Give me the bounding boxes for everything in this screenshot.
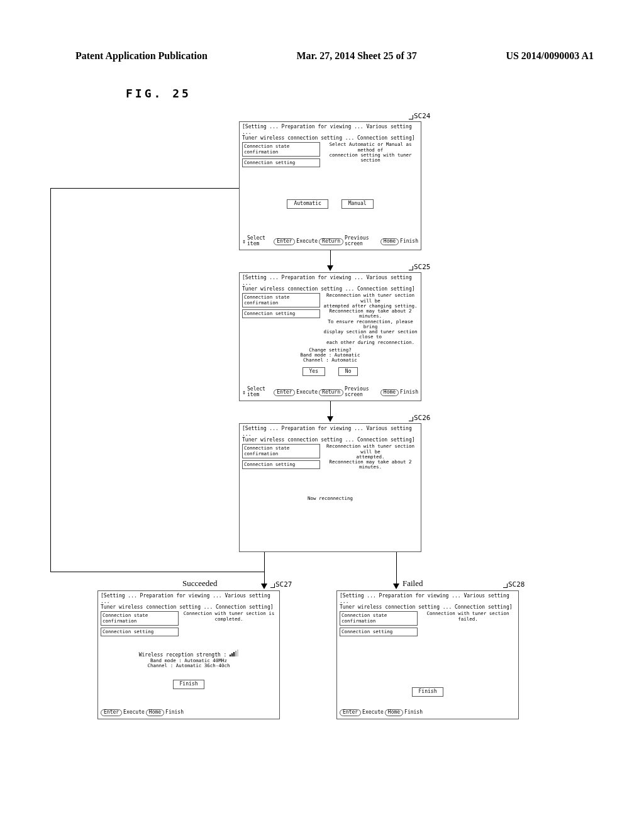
breadcrumb: [Setting ... Preparation for viewing ...…	[101, 594, 277, 610]
manual-button[interactable]: Manual	[341, 199, 374, 209]
automatic-button[interactable]: Automatic	[287, 199, 328, 209]
sc25-tag: SC25	[409, 263, 431, 271]
conn-setting-button[interactable]: Connection setting	[101, 628, 179, 636]
conn-state-confirm-button[interactable]: Connection state confirmation	[242, 142, 320, 157]
breadcrumb: [Setting ... Preparation for viewing ...…	[242, 275, 418, 292]
conn-state-confirm-button[interactable]: Connection state confirmation	[242, 293, 320, 307]
sc27-message: Connection with tuner section is complet…	[181, 611, 277, 622]
failed-label: Failed	[402, 579, 423, 588]
footer-hints: Enter Execute Home Finish	[340, 709, 516, 716]
screen-sc25: [Setting ... Preparation for viewing ...…	[239, 272, 421, 401]
conn-setting-button[interactable]: Connection setting	[242, 309, 320, 318]
breadcrumb: [Setting ... Preparation for viewing ...…	[242, 426, 418, 443]
sc27-channel: Channel : Automatic 36ch-40ch	[101, 663, 277, 668]
arrow-icon	[393, 584, 399, 589]
header-left: Patent Application Publication	[75, 50, 208, 62]
conn-setting-button[interactable]: Connection setting	[242, 460, 320, 469]
sc24-message: Select Automatic or Manual as method of …	[323, 142, 418, 163]
header-right: US 2014/0090003 A1	[506, 50, 594, 62]
conn-setting-button[interactable]: Connection setting	[340, 628, 418, 636]
sc26-tag: SC26	[409, 414, 431, 422]
conn-setting-button[interactable]: Connection setting	[242, 158, 320, 167]
yes-button[interactable]: Yes	[303, 367, 325, 377]
footer-hints: ⇕ Select item Enter Execute Return Previ…	[242, 236, 418, 247]
finish-button[interactable]: Finish	[412, 687, 444, 697]
screen-sc27: [Setting ... Preparation for viewing ...…	[97, 590, 280, 719]
footer-hints: Enter Execute Home Finish	[101, 709, 277, 716]
arrow-icon	[261, 584, 267, 589]
succeeded-label: Succeeded	[182, 579, 218, 588]
signal-icon	[230, 650, 238, 656]
sc24-tag: SC24	[409, 113, 431, 120]
conn-state-confirm-button[interactable]: Connection state confirmation	[340, 611, 418, 626]
breadcrumb: [Setting ... Preparation for viewing ...…	[340, 594, 516, 610]
sc27-tag: SC27	[270, 581, 292, 589]
sc26-message: Reconnection with tuner section will be …	[323, 444, 418, 470]
conn-state-confirm-button[interactable]: Connection state confirmation	[101, 611, 179, 626]
enter-pill: Enter	[274, 238, 295, 245]
screen-sc28: [Setting ... Preparation for viewing ...…	[336, 590, 519, 719]
updown-icon: ⇕	[242, 390, 246, 395]
signal-strength-label: Wireless reception strength :	[139, 652, 227, 658]
finish-button[interactable]: Finish	[173, 680, 205, 689]
sc26-status: Now reconnecting	[242, 496, 418, 501]
updown-icon: ⇕	[242, 239, 246, 244]
figure-label: FIG. 25	[126, 87, 594, 100]
arrow-icon	[327, 416, 333, 422]
sc25-message: Reconnection with tuner section will be …	[323, 293, 418, 345]
conn-state-confirm-button[interactable]: Connection state confirmation	[242, 444, 320, 458]
header-center: Mar. 27, 2014 Sheet 25 of 37	[296, 50, 416, 62]
no-button[interactable]: No	[338, 367, 358, 377]
breadcrumb: [Setting ... Preparation for viewing ...…	[242, 124, 418, 141]
footer-hints: ⇕ Select item Enter Execute Return Previ…	[242, 387, 418, 398]
arrow-icon	[327, 265, 333, 271]
home-pill: Home	[380, 238, 399, 245]
sc28-message: Connection with tuner section failed.	[420, 611, 516, 622]
sc28-tag: SC28	[503, 581, 525, 589]
screen-sc24: [Setting ... Preparation for viewing ...…	[239, 121, 421, 250]
return-pill: Return	[319, 238, 343, 245]
screen-sc26: [Setting ... Preparation for viewing ...…	[239, 423, 421, 552]
flowchart-diagram: SC24 [Setting ... Preparation for viewin…	[75, 113, 594, 741]
page-header: Patent Application Publication Mar. 27, …	[75, 50, 594, 62]
sc25-channel: Channel : Automatic	[242, 358, 418, 363]
